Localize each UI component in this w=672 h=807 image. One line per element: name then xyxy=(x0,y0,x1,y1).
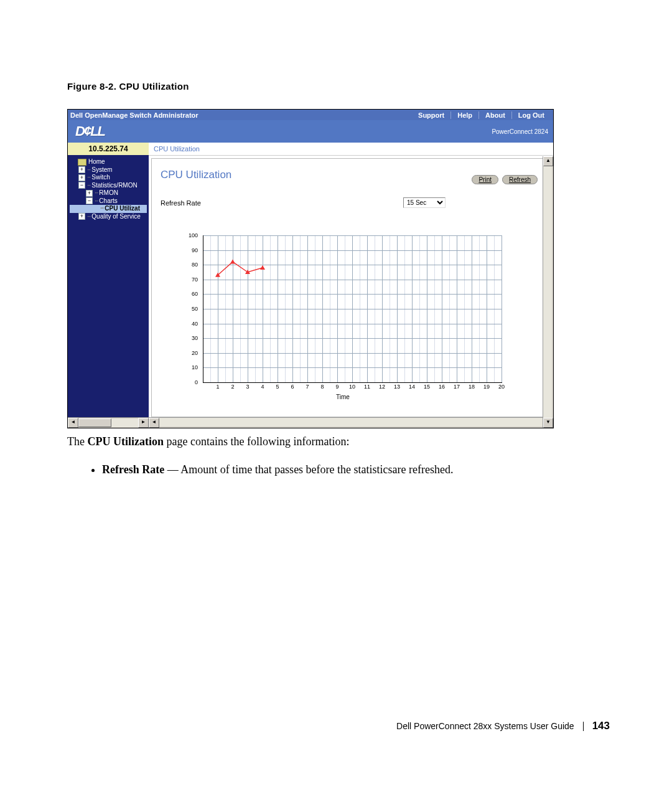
main-vscrollbar[interactable]: ▲ ▼ xyxy=(543,156,553,428)
link-logout[interactable]: Log Out xyxy=(511,111,551,119)
sidebar-hscrollbar[interactable]: ◄ ► xyxy=(68,417,149,428)
sidebar: 10.5.225.74 Home+···System+···Switch−···… xyxy=(68,143,149,428)
refresh-rate-label: Refresh Rate xyxy=(161,199,403,207)
scroll-left-icon[interactable]: ◄ xyxy=(68,418,78,428)
guide-title: Dell PowerConnect 28xx Systems User Guid… xyxy=(396,721,574,731)
list-item: Refresh Rate — Amount of time that passe… xyxy=(102,461,610,478)
cpu-chart: 0102030405060708090100 12345678910111213… xyxy=(178,233,508,407)
dell-logo: D¢LL xyxy=(75,123,105,139)
tree-expander-icon[interactable]: − xyxy=(86,197,93,204)
titlebar-links: Support Help About Log Out xyxy=(412,111,551,119)
nav-tree: Home+···System+···Switch−···Statistics/R… xyxy=(68,156,149,417)
app-title: Dell OpenManage Switch Administrator xyxy=(70,111,198,119)
figure-caption: Figure 8-2. CPU Utilization xyxy=(67,81,610,92)
body-paragraph: The CPU Utilization page contains the fo… xyxy=(67,433,610,450)
sidebar-item[interactable]: +···Switch xyxy=(70,174,147,182)
link-about[interactable]: About xyxy=(478,111,511,119)
sidebar-item[interactable]: ···CPU Utilizat xyxy=(70,205,147,213)
main-hscrollbar[interactable]: ◄ ► xyxy=(149,417,553,428)
bullet-list: Refresh Rate — Amount of time that passe… xyxy=(67,461,610,478)
content-panel: CPU Utilization Print Refresh Refresh Ra… xyxy=(151,158,551,417)
folder-icon xyxy=(78,159,86,166)
chart-line-layer xyxy=(203,235,502,382)
tree-expander-icon[interactable]: − xyxy=(78,182,85,189)
svg-marker-3 xyxy=(260,265,265,270)
tree-label: System xyxy=(91,166,112,174)
tree-label: Quality of Service xyxy=(91,213,140,221)
page-number: 143 xyxy=(592,720,610,732)
sidebar-item[interactable]: Home xyxy=(70,158,147,166)
tree-label: Charts xyxy=(99,197,117,205)
tree-label: Home xyxy=(88,158,105,166)
brand-bar: D¢LL PowerConnect 2824 xyxy=(68,120,553,143)
y-axis-ticks: 0102030405060708090100 xyxy=(178,233,200,382)
scroll-up-icon[interactable]: ▲ xyxy=(543,156,553,166)
tree-label: Switch xyxy=(91,174,110,182)
breadcrumb: CPU Utilization xyxy=(149,143,553,156)
tree-label: Statistics/RMON xyxy=(91,182,137,190)
tree-label: CPU Utilizat xyxy=(105,205,140,213)
device-ip: 10.5.225.74 xyxy=(68,143,149,156)
x-axis-ticks: 1234567891011121314151617181920 xyxy=(203,384,502,392)
sidebar-item[interactable]: −···Statistics/RMON xyxy=(70,182,147,190)
sidebar-item[interactable]: +···Quality of Service xyxy=(70,213,147,221)
tree-expander-icon[interactable]: + xyxy=(86,190,93,197)
screenshot-frame: Dell OpenManage Switch Administrator Sup… xyxy=(67,109,554,428)
refresh-button[interactable]: Refresh xyxy=(502,175,538,184)
link-support[interactable]: Support xyxy=(412,111,450,119)
x-axis-label: Time xyxy=(336,394,350,400)
tree-expander-icon[interactable]: + xyxy=(78,166,85,173)
scroll-down-icon[interactable]: ▼ xyxy=(543,418,553,428)
refresh-rate-select[interactable]: 15 Sec xyxy=(403,197,446,208)
main-area: CPU Utilization CPU Utilization Print Re… xyxy=(149,143,553,428)
tree-expander-icon[interactable]: + xyxy=(78,174,85,181)
link-help[interactable]: Help xyxy=(450,111,478,119)
sidebar-item[interactable]: +···System xyxy=(70,166,147,174)
sidebar-item[interactable]: +···RMON xyxy=(70,189,147,197)
scroll-right-icon[interactable]: ► xyxy=(138,418,149,428)
product-name: PowerConnect 2824 xyxy=(492,128,548,135)
print-button[interactable]: Print xyxy=(472,175,498,184)
page-footer: Dell PowerConnect 28xx Systems User Guid… xyxy=(396,720,610,732)
window-titlebar: Dell OpenManage Switch Administrator Sup… xyxy=(68,110,553,120)
svg-marker-1 xyxy=(230,259,235,263)
tree-label: RMON xyxy=(99,189,118,197)
scroll-left-icon[interactable]: ◄ xyxy=(149,418,159,428)
sidebar-item[interactable]: −···Charts xyxy=(70,197,147,205)
tree-expander-icon[interactable]: + xyxy=(78,213,85,220)
